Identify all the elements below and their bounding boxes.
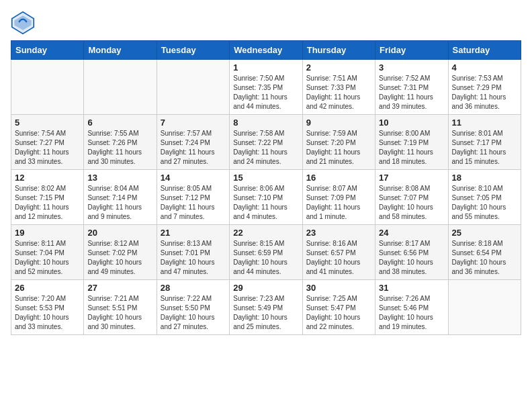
day-content: Sunrise: 7:26 AM Sunset: 5:46 PM Dayligh… (379, 294, 444, 332)
calendar-empty-cell (11, 60, 84, 115)
day-content: Sunrise: 8:05 AM Sunset: 7:12 PM Dayligh… (161, 184, 226, 222)
weekday-header-tuesday: Tuesday (157, 41, 229, 60)
day-number: 26 (15, 283, 80, 293)
page-header (11, 11, 521, 35)
day-content: Sunrise: 7:59 AM Sunset: 7:20 PM Dayligh… (306, 129, 371, 167)
calendar-empty-cell (157, 60, 229, 115)
calendar-header-row: SundayMondayTuesdayWednesdayThursdayFrid… (11, 41, 521, 60)
day-content: Sunrise: 8:16 AM Sunset: 6:57 PM Dayligh… (306, 239, 371, 277)
calendar-day-cell: 29Sunrise: 7:23 AM Sunset: 5:49 PM Dayli… (230, 280, 302, 335)
calendar-day-cell: 31Sunrise: 7:26 AM Sunset: 5:46 PM Dayli… (375, 280, 448, 335)
day-number: 20 (87, 228, 152, 238)
day-number: 9 (306, 118, 371, 128)
day-number: 4 (452, 62, 517, 73)
calendar-day-cell: 7Sunrise: 7:57 AM Sunset: 7:24 PM Daylig… (157, 115, 229, 170)
day-content: Sunrise: 8:11 AM Sunset: 7:04 PM Dayligh… (15, 239, 80, 277)
calendar-day-cell: 14Sunrise: 8:05 AM Sunset: 7:12 PM Dayli… (157, 170, 229, 225)
day-number: 22 (233, 228, 298, 238)
day-content: Sunrise: 8:10 AM Sunset: 7:05 PM Dayligh… (452, 184, 517, 222)
day-content: Sunrise: 8:04 AM Sunset: 7:14 PM Dayligh… (87, 184, 152, 222)
day-content: Sunrise: 7:21 AM Sunset: 5:51 PM Dayligh… (87, 294, 152, 332)
day-content: Sunrise: 7:51 AM Sunset: 7:33 PM Dayligh… (306, 74, 371, 111)
day-number: 8 (233, 118, 298, 128)
day-number: 1 (233, 62, 298, 73)
day-number: 27 (87, 283, 152, 293)
calendar-day-cell: 28Sunrise: 7:22 AM Sunset: 5:50 PM Dayli… (157, 280, 229, 335)
calendar-day-cell: 4Sunrise: 7:53 AM Sunset: 7:29 PM Daylig… (448, 60, 521, 115)
day-number: 17 (379, 173, 444, 183)
day-number: 3 (379, 62, 444, 73)
day-number: 29 (233, 283, 298, 293)
calendar-day-cell: 20Sunrise: 8:12 AM Sunset: 7:02 PM Dayli… (84, 225, 157, 280)
calendar-empty-cell (84, 60, 157, 115)
day-number: 28 (161, 283, 226, 293)
weekday-header-saturday: Saturday (448, 41, 521, 60)
day-number: 6 (87, 118, 152, 128)
calendar-day-cell: 6Sunrise: 7:55 AM Sunset: 7:26 PM Daylig… (84, 115, 157, 170)
calendar-day-cell: 30Sunrise: 7:25 AM Sunset: 5:47 PM Dayli… (302, 280, 375, 335)
calendar-day-cell: 24Sunrise: 8:17 AM Sunset: 6:56 PM Dayli… (375, 225, 448, 280)
logo (11, 11, 38, 35)
day-content: Sunrise: 8:07 AM Sunset: 7:09 PM Dayligh… (306, 184, 371, 222)
day-content: Sunrise: 7:52 AM Sunset: 7:31 PM Dayligh… (379, 74, 444, 111)
day-content: Sunrise: 7:23 AM Sunset: 5:49 PM Dayligh… (233, 294, 298, 332)
day-number: 14 (161, 173, 226, 183)
day-number: 15 (233, 173, 298, 183)
day-number: 10 (379, 118, 444, 128)
day-number: 7 (161, 118, 226, 128)
calendar-day-cell: 15Sunrise: 8:06 AM Sunset: 7:10 PM Dayli… (230, 170, 302, 225)
calendar-day-cell: 10Sunrise: 8:00 AM Sunset: 7:19 PM Dayli… (375, 115, 448, 170)
day-content: Sunrise: 7:54 AM Sunset: 7:27 PM Dayligh… (15, 129, 80, 167)
day-content: Sunrise: 8:08 AM Sunset: 7:07 PM Dayligh… (379, 184, 444, 222)
weekday-header-thursday: Thursday (302, 41, 375, 60)
day-content: Sunrise: 8:15 AM Sunset: 6:59 PM Dayligh… (233, 239, 298, 277)
calendar-day-cell: 23Sunrise: 8:16 AM Sunset: 6:57 PM Dayli… (302, 225, 375, 280)
calendar-day-cell: 25Sunrise: 8:18 AM Sunset: 6:54 PM Dayli… (448, 225, 521, 280)
day-content: Sunrise: 7:25 AM Sunset: 5:47 PM Dayligh… (306, 294, 371, 332)
calendar-week-row: 26Sunrise: 7:20 AM Sunset: 5:53 PM Dayli… (11, 280, 521, 335)
day-content: Sunrise: 8:12 AM Sunset: 7:02 PM Dayligh… (87, 239, 152, 277)
day-number: 11 (452, 118, 517, 128)
calendar-week-row: 12Sunrise: 8:02 AM Sunset: 7:15 PM Dayli… (11, 170, 521, 225)
day-number: 19 (15, 228, 80, 238)
day-content: Sunrise: 8:18 AM Sunset: 6:54 PM Dayligh… (452, 239, 517, 277)
calendar-day-cell: 19Sunrise: 8:11 AM Sunset: 7:04 PM Dayli… (11, 225, 84, 280)
day-content: Sunrise: 8:02 AM Sunset: 7:15 PM Dayligh… (15, 184, 80, 222)
calendar-day-cell: 3Sunrise: 7:52 AM Sunset: 7:31 PM Daylig… (375, 60, 448, 115)
day-content: Sunrise: 7:53 AM Sunset: 7:29 PM Dayligh… (452, 74, 517, 111)
day-content: Sunrise: 7:50 AM Sunset: 7:35 PM Dayligh… (233, 74, 298, 111)
day-number: 12 (15, 173, 80, 183)
calendar-day-cell: 8Sunrise: 7:58 AM Sunset: 7:22 PM Daylig… (230, 115, 302, 170)
day-content: Sunrise: 7:58 AM Sunset: 7:22 PM Dayligh… (233, 129, 298, 167)
day-number: 30 (306, 283, 371, 293)
day-content: Sunrise: 8:01 AM Sunset: 7:17 PM Dayligh… (452, 129, 517, 167)
weekday-header-friday: Friday (375, 41, 448, 60)
calendar-day-cell: 1Sunrise: 7:50 AM Sunset: 7:35 PM Daylig… (230, 60, 302, 115)
calendar-day-cell: 11Sunrise: 8:01 AM Sunset: 7:17 PM Dayli… (448, 115, 521, 170)
day-number: 24 (379, 228, 444, 238)
day-number: 25 (452, 228, 517, 238)
calendar-week-row: 5Sunrise: 7:54 AM Sunset: 7:27 PM Daylig… (11, 115, 521, 170)
calendar-day-cell: 17Sunrise: 8:08 AM Sunset: 7:07 PM Dayli… (375, 170, 448, 225)
calendar-day-cell: 5Sunrise: 7:54 AM Sunset: 7:27 PM Daylig… (11, 115, 84, 170)
calendar-week-row: 1Sunrise: 7:50 AM Sunset: 7:35 PM Daylig… (11, 60, 521, 115)
day-number: 18 (452, 173, 517, 183)
day-content: Sunrise: 8:06 AM Sunset: 7:10 PM Dayligh… (233, 184, 298, 222)
calendar-day-cell: 9Sunrise: 7:59 AM Sunset: 7:20 PM Daylig… (302, 115, 375, 170)
calendar-week-row: 19Sunrise: 8:11 AM Sunset: 7:04 PM Dayli… (11, 225, 521, 280)
calendar-day-cell: 12Sunrise: 8:02 AM Sunset: 7:15 PM Dayli… (11, 170, 84, 225)
day-number: 13 (87, 173, 152, 183)
calendar-day-cell: 27Sunrise: 7:21 AM Sunset: 5:51 PM Dayli… (84, 280, 157, 335)
calendar-day-cell: 18Sunrise: 8:10 AM Sunset: 7:05 PM Dayli… (448, 170, 521, 225)
day-number: 16 (306, 173, 371, 183)
logo-icon (11, 11, 35, 35)
day-number: 2 (306, 62, 371, 73)
calendar-table: SundayMondayTuesdayWednesdayThursdayFrid… (11, 40, 521, 335)
day-content: Sunrise: 7:55 AM Sunset: 7:26 PM Dayligh… (87, 129, 152, 167)
day-number: 23 (306, 228, 371, 238)
calendar-day-cell: 16Sunrise: 8:07 AM Sunset: 7:09 PM Dayli… (302, 170, 375, 225)
calendar-day-cell: 26Sunrise: 7:20 AM Sunset: 5:53 PM Dayli… (11, 280, 84, 335)
day-content: Sunrise: 8:13 AM Sunset: 7:01 PM Dayligh… (161, 239, 226, 277)
day-content: Sunrise: 8:00 AM Sunset: 7:19 PM Dayligh… (379, 129, 444, 167)
weekday-header-monday: Monday (84, 41, 157, 60)
